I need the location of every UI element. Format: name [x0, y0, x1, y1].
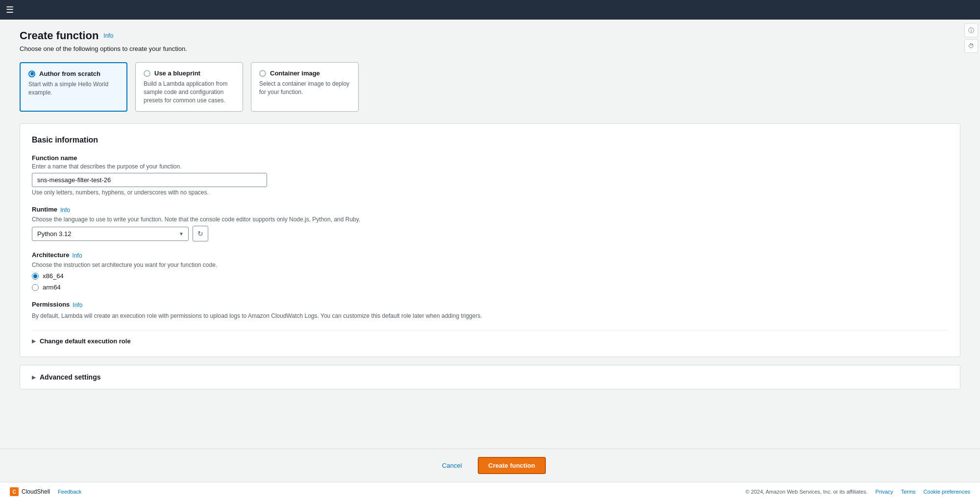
- refresh-icon: ↻: [197, 230, 203, 238]
- footer-copyright: © 2024, Amazon Web Services, Inc. or its…: [745, 489, 867, 495]
- hamburger-menu[interactable]: ☰: [6, 4, 14, 15]
- expand-arrow-icon: ▶: [32, 338, 36, 344]
- function-name-input[interactable]: [32, 173, 267, 187]
- option-card-header-1: Use a blueprint: [144, 70, 235, 77]
- function-name-label: Function name: [32, 154, 948, 162]
- option-card-author-from-scratch[interactable]: Author from scratch Start with a simple …: [20, 62, 127, 112]
- runtime-hint: Choose the language to use to write your…: [32, 216, 948, 223]
- change-default-role-toggle[interactable]: ▶ Change default execution role: [32, 330, 948, 345]
- right-icons-panel: ⓘ ⏱: [962, 20, 980, 57]
- page-info-link[interactable]: Info: [103, 32, 113, 39]
- page-title: Create function: [20, 29, 98, 42]
- radio-author-from-scratch[interactable]: [28, 71, 35, 77]
- top-bar: ☰: [0, 0, 980, 20]
- footer-feedback[interactable]: Feedback: [58, 489, 81, 495]
- permissions-label: Permissions: [32, 301, 70, 308]
- runtime-info-link[interactable]: Info: [60, 207, 70, 214]
- clock-icon: ⏱: [968, 43, 974, 49]
- architecture-x86-64-label: x86_64: [43, 272, 64, 280]
- option-cards-row: Author from scratch Start with a simple …: [20, 62, 960, 112]
- function-name-note: Use only letters, numbers, hyphens, or u…: [32, 189, 948, 196]
- runtime-select[interactable]: Python 3.12 Python 3.11 Python 3.10 Node…: [32, 227, 189, 241]
- option-card-desc-1: Build a Lambda application from sample c…: [144, 80, 235, 104]
- footer-privacy-link[interactable]: Privacy: [876, 489, 893, 495]
- info-icon-btn[interactable]: ⓘ: [964, 24, 978, 37]
- option-card-desc-0: Start with a simple Hello World example.: [28, 80, 119, 97]
- runtime-field: Runtime Info Choose the language to use …: [32, 206, 948, 241]
- permissions-info-link[interactable]: Info: [73, 302, 82, 309]
- runtime-row: Python 3.12 Python 3.11 Python 3.10 Node…: [32, 226, 948, 241]
- page-subtitle: Choose one of the following options to c…: [20, 45, 960, 52]
- runtime-label-row: Runtime Info: [32, 206, 948, 215]
- radio-container-image[interactable]: [259, 70, 266, 77]
- advanced-settings-toggle[interactable]: ▶ Advanced settings: [32, 373, 948, 381]
- option-card-header-0: Author from scratch: [28, 70, 119, 77]
- clock-icon-btn[interactable]: ⏱: [964, 39, 978, 53]
- architecture-label: Architecture: [32, 251, 70, 259]
- permissions-description: By default, Lambda will create an execut…: [32, 311, 948, 320]
- action-bar: Cancel Create function: [0, 449, 980, 482]
- option-card-container-image[interactable]: Container image Select a container image…: [251, 62, 359, 112]
- architecture-arm64-label: arm64: [43, 284, 61, 291]
- footer-left: C CloudShell Feedback: [10, 487, 81, 496]
- runtime-label: Runtime: [32, 206, 57, 213]
- architecture-hint: Choose the instruction set architecture …: [32, 262, 948, 268]
- footer-cookie-preferences-link[interactable]: Cookie preferences: [924, 489, 970, 495]
- change-default-role-label: Change default execution role: [40, 337, 131, 345]
- main-content: Create function Info Choose one of the f…: [0, 20, 980, 449]
- permissions-field: Permissions Info By default, Lambda will…: [32, 301, 948, 320]
- cloudshell-button[interactable]: C CloudShell: [10, 487, 50, 496]
- runtime-select-wrapper: Python 3.12 Python 3.11 Python 3.10 Node…: [32, 227, 189, 241]
- page-title-row: Create function Info: [20, 29, 960, 42]
- adv-expand-arrow-icon: ▶: [32, 375, 36, 380]
- cloudshell-icon: C: [10, 487, 19, 496]
- option-card-desc-2: Select a container image to deploy for y…: [259, 80, 350, 96]
- architecture-label-row: Architecture Info: [32, 251, 948, 260]
- architecture-field: Architecture Info Choose the instruction…: [32, 251, 948, 291]
- advanced-settings-panel: ▶ Advanced settings: [20, 365, 960, 389]
- permissions-label-row: Permissions Info: [32, 301, 948, 310]
- architecture-radio-group: x86_64 arm64: [32, 272, 948, 291]
- footer-terms-link[interactable]: Terms: [901, 489, 916, 495]
- create-function-button[interactable]: Create function: [478, 457, 546, 474]
- option-card-label-1: Use a blueprint: [154, 70, 200, 77]
- info-icon: ⓘ: [968, 26, 974, 35]
- advanced-settings-label: Advanced settings: [40, 373, 100, 381]
- cloudshell-label: CloudShell: [22, 488, 50, 495]
- option-card-label-0: Author from scratch: [39, 70, 100, 77]
- architecture-x86-64-radio[interactable]: [32, 273, 39, 280]
- function-name-hint: Enter a name that describes the purpose …: [32, 163, 948, 170]
- cancel-button[interactable]: Cancel: [434, 458, 469, 473]
- footer-right: © 2024, Amazon Web Services, Inc. or its…: [745, 489, 970, 495]
- architecture-x86-64-item[interactable]: x86_64: [32, 272, 948, 280]
- option-card-header-2: Container image: [259, 70, 350, 77]
- basic-info-title: Basic information: [32, 136, 948, 144]
- option-card-use-a-blueprint[interactable]: Use a blueprint Build a Lambda applicati…: [135, 62, 243, 112]
- architecture-info-link[interactable]: Info: [73, 252, 82, 259]
- runtime-refresh-button[interactable]: ↻: [193, 226, 208, 241]
- architecture-arm64-radio[interactable]: [32, 284, 39, 291]
- radio-use-a-blueprint[interactable]: [144, 70, 150, 77]
- function-name-field: Function name Enter a name that describe…: [32, 154, 948, 196]
- architecture-arm64-item[interactable]: arm64: [32, 284, 948, 291]
- footer: C CloudShell Feedback © 2024, Amazon Web…: [0, 482, 980, 501]
- basic-info-panel: Basic information Function name Enter a …: [20, 123, 960, 357]
- option-card-label-2: Container image: [270, 70, 320, 77]
